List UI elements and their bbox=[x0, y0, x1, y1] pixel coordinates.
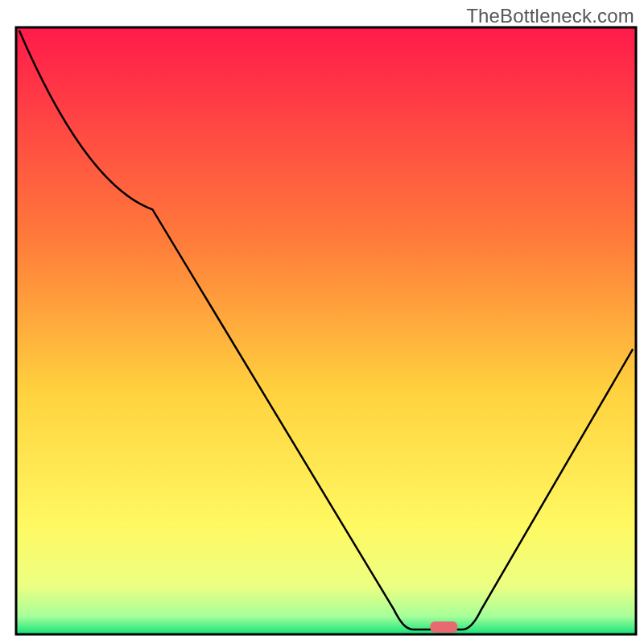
bottleneck-chart bbox=[0, 0, 644, 644]
plot-background bbox=[16, 27, 636, 634]
optimal-zone-marker bbox=[430, 621, 457, 633]
watermark-text: TheBottleneck.com bbox=[466, 5, 634, 27]
chart-container: TheBottleneck.com bbox=[0, 0, 644, 644]
